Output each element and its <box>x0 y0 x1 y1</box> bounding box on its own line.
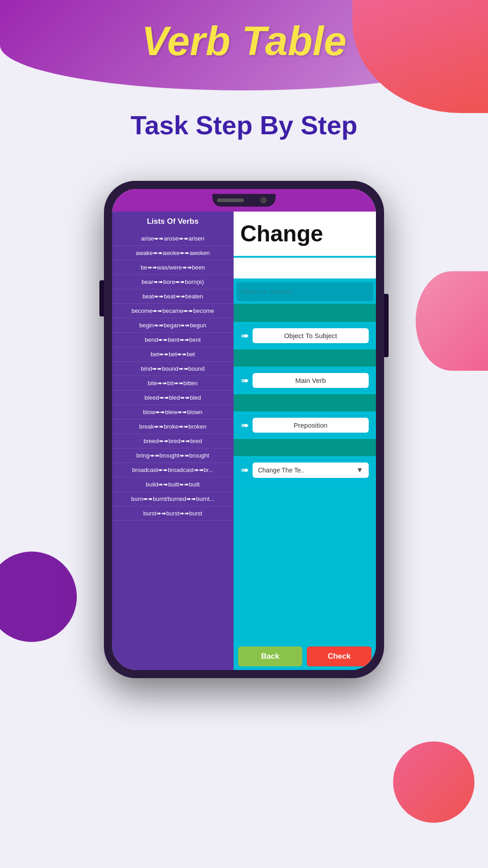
phone-speaker <box>217 198 244 202</box>
bg-blob-bottom-left <box>0 552 77 642</box>
object-subject-hint-row: Object ➠ Subject <box>236 282 373 301</box>
verb-item[interactable]: blow➠➠blew➠➠blown <box>112 405 234 420</box>
object-subject-hint: Object ➠ Subject <box>241 288 292 295</box>
dropdown-label: Change The Te.. <box>258 467 305 474</box>
screen-content: Lists Of Verbs arise➠➠arose➠➠arisenawake… <box>112 212 376 670</box>
verb-item[interactable]: become➠➠became➠➠become <box>112 304 234 318</box>
bottom-buttons: Back Check <box>234 643 376 670</box>
arrow-icon-1: ➠ <box>241 330 249 342</box>
verb-item[interactable]: be➠➠was/were➠➠been <box>112 260 234 275</box>
bg-blob-bottom-right <box>393 741 474 823</box>
verb-item[interactable]: bind➠➠bound➠➠bound <box>112 362 234 376</box>
back-button[interactable]: Back <box>238 646 303 666</box>
dropdown-row: ➠ Change The Te.. ▼ <box>236 459 373 481</box>
phone-side-btn-left <box>99 280 104 316</box>
arrow-icon-3: ➠ <box>241 420 249 431</box>
verb-item[interactable]: break➠➠broke➠➠broken <box>112 420 234 434</box>
verb-item[interactable]: bend➠➠bent➠➠bent <box>112 333 234 347</box>
verb-list-items: arise➠➠arose➠➠arisenawake➠➠awoke➠➠awoken… <box>112 231 234 521</box>
dropdown-arrow-icon: ▼ <box>356 466 363 474</box>
verb-item[interactable]: burn➠➠burnt/burned➠➠burnt... <box>112 492 234 506</box>
change-title: Change <box>240 221 369 247</box>
main-verb-row: ➠ Main Verb <box>236 369 373 392</box>
change-tense-dropdown[interactable]: Change The Te.. ▼ <box>253 462 369 478</box>
phone-inner: Lists Of Verbs arise➠➠arose➠➠arisenawake… <box>112 189 376 670</box>
bg-blob-mid-right <box>416 271 488 371</box>
change-title-box: Change <box>234 212 376 256</box>
preposition-label[interactable]: Preposition <box>253 418 369 433</box>
phone-outer: Lists Of Verbs arise➠➠arose➠➠arisenawake… <box>104 181 384 678</box>
verb-item[interactable]: awake➠➠awoke➠➠awoken <box>112 246 234 260</box>
verb-item[interactable]: broadcast➠➠broadcast➠➠br... <box>112 463 234 477</box>
verb-list-panel: Lists Of Verbs arise➠➠arose➠➠arisenawake… <box>112 212 234 670</box>
header: Verb Table Task Step By Step <box>0 0 488 140</box>
verb-list-header: Lists Of Verbs <box>112 212 234 231</box>
verb-item[interactable]: arise➠➠arose➠➠arisen <box>112 231 234 246</box>
object-to-subject-row: ➠ Object To Subject <box>236 325 373 347</box>
main-verb-label[interactable]: Main Verb <box>253 373 369 388</box>
verb-item[interactable]: burst➠➠burst➠➠burst <box>112 506 234 521</box>
phone-notch <box>212 194 276 207</box>
arrow-icon-4: ➠ <box>241 464 249 476</box>
subtitle: Task Step By Step <box>0 110 488 140</box>
verb-item[interactable]: breed➠➠bred➠➠bred <box>112 434 234 448</box>
object-to-subject-label[interactable]: Object To Subject <box>253 328 369 343</box>
verb-item[interactable]: bet➠➠bet➠➠bet <box>112 347 234 362</box>
app-title: Verb Table <box>0 18 488 65</box>
verb-item[interactable]: begin➠➠began➠➠begun <box>112 318 234 333</box>
check-button[interactable]: Check <box>307 646 371 666</box>
verb-item[interactable]: build➠➠built➠➠built <box>112 477 234 492</box>
verb-item[interactable]: beat➠➠beat➠➠beaten <box>112 289 234 304</box>
phone-container: Lists Of Verbs arise➠➠arose➠➠arisenawake… <box>104 181 384 678</box>
verb-item[interactable]: bring➠➠brought➠➠brought <box>112 448 234 463</box>
phone-camera <box>260 197 267 203</box>
phone-top-bar <box>112 189 376 212</box>
verb-item[interactable]: bite➠➠bit➠➠bitten <box>112 376 234 391</box>
arrow-icon-2: ➠ <box>241 375 249 387</box>
verb-item[interactable]: bear➠➠bore➠➠born(e) <box>112 275 234 289</box>
right-panel: Change Object ➠ Subject ➠ Object To Subj… <box>234 212 376 670</box>
preposition-row: ➠ Preposition <box>236 414 373 436</box>
verb-item[interactable]: bleed➠➠bled➠➠bled <box>112 391 234 405</box>
phone-side-btn-right <box>384 294 389 357</box>
